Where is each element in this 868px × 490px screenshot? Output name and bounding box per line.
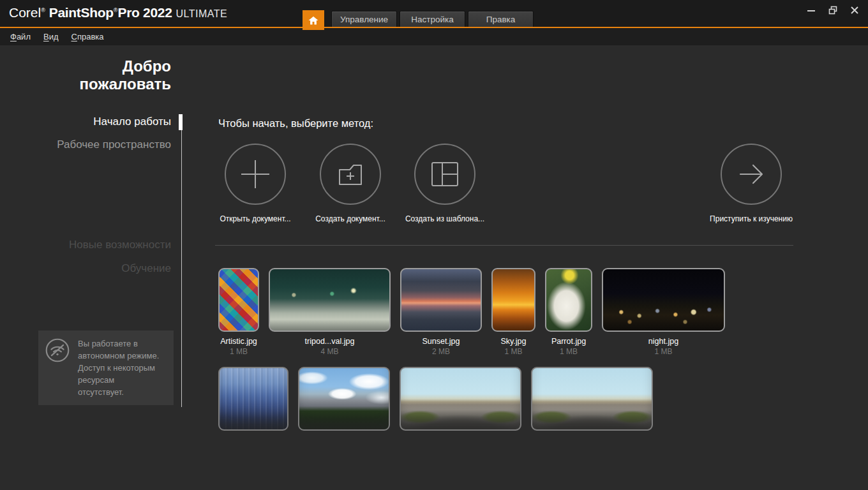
tab-home[interactable] <box>303 10 324 30</box>
get-started-button[interactable]: Приступить к изучению <box>697 144 805 223</box>
folder-plus-icon <box>334 159 366 189</box>
recent-file-thumbnail <box>602 268 725 332</box>
offline-notice-text: Вы работаете в автономном режиме. Доступ… <box>78 338 160 398</box>
new-document-circle <box>320 144 381 205</box>
close-button[interactable] <box>850 6 859 15</box>
open-document-button[interactable]: Открыть документ... <box>201 144 310 223</box>
recent-file-item[interactable]: Sunset.jpg 2 MB <box>400 268 482 356</box>
recent-file-size: 1 MB <box>560 347 578 356</box>
sidebar-divider <box>181 130 182 407</box>
active-item-indicator <box>179 114 183 130</box>
recent-file-item[interactable]: night.jpg 1 MB <box>602 268 725 356</box>
recent-file-size: 1 MB <box>654 347 672 356</box>
recent-file-item[interactable]: tripod...val.jpg 4 MB <box>269 268 391 356</box>
recent-file-item[interactable] <box>298 367 390 437</box>
recent-files-row-2 <box>218 367 653 437</box>
recent-file-thumbnail <box>269 268 391 332</box>
recent-file-name: Parrot.jpg <box>551 337 586 346</box>
minimize-icon <box>807 6 816 15</box>
arrow-right-icon <box>735 159 767 189</box>
tab-adjust[interactable]: Настройка <box>400 11 465 27</box>
from-template-button[interactable]: Создать из шаблона... <box>391 144 499 223</box>
recent-file-name: night.jpg <box>648 337 678 346</box>
recent-file-name: tripod...val.jpg <box>305 337 355 346</box>
recent-file-item[interactable] <box>400 367 521 437</box>
new-document-button[interactable]: Создать документ... <box>296 144 405 223</box>
recent-file-size: 4 MB <box>320 347 338 356</box>
recent-file-name: Artistic.jpg <box>220 337 257 346</box>
recent-files-row-1: Artistic.jpg 1 MB tripod...val.jpg 4 MB … <box>218 268 725 356</box>
recent-file-size: 2 MB <box>432 347 450 356</box>
recent-file-item[interactable] <box>218 367 288 437</box>
wifi-off-icon <box>45 338 70 363</box>
recent-file-name: Sky.jpg <box>500 337 526 346</box>
sidebar-item-getting-started[interactable]: Начало работы <box>0 115 171 128</box>
recent-file-thumbnail <box>545 268 592 332</box>
sidebar-item-workspace[interactable]: Рабочее пространство <box>0 138 171 151</box>
close-icon <box>850 6 859 15</box>
recent-file-thumbnail <box>491 268 535 332</box>
section-divider <box>215 245 793 246</box>
window-controls <box>807 6 859 15</box>
recent-file-item[interactable]: Parrot.jpg 1 MB <box>545 268 592 356</box>
recent-file-item[interactable]: Artistic.jpg 1 MB <box>218 268 259 356</box>
recent-file-thumbnail <box>400 367 521 431</box>
logo-edition: ULTIMATE <box>176 8 227 19</box>
app-window: Corel® PaintShop®Pro 2022 ULTIMATE <box>0 0 868 490</box>
recent-file-thumbnail <box>400 268 482 332</box>
template-icon <box>430 160 460 188</box>
workspace-tabs: Управление Настройка Правка <box>331 11 534 27</box>
recent-file-item[interactable]: Sky.jpg 1 MB <box>491 268 535 356</box>
start-heading: Чтобы начать, выберите метод: <box>218 117 373 130</box>
sidebar-item-learning: Обучение <box>0 262 171 275</box>
plus-icon <box>239 158 272 191</box>
recent-file-thumbnail <box>218 367 288 431</box>
restore-button[interactable] <box>828 6 837 15</box>
home-icon <box>308 15 319 26</box>
recent-file-item[interactable] <box>531 367 653 437</box>
tab-manage[interactable]: Управление <box>331 11 397 27</box>
minimize-button[interactable] <box>807 6 816 15</box>
recent-file-thumbnail <box>531 367 653 431</box>
recent-file-thumbnail <box>298 367 390 431</box>
offline-notice: Вы работаете в автономном режиме. Доступ… <box>38 330 174 405</box>
tab-edit[interactable]: Правка <box>468 11 534 27</box>
recent-file-size: 1 MB <box>230 347 248 356</box>
get-started-circle <box>721 144 782 205</box>
sidebar-item-whats-new: Новые возможности <box>0 239 171 251</box>
recent-file-thumbnail <box>218 268 259 332</box>
sidebar-nav: Начало работы Рабочее пространство Новые… <box>0 0 171 287</box>
recent-file-size: 1 MB <box>504 347 522 356</box>
recent-file-name: Sunset.jpg <box>422 337 460 346</box>
from-template-circle <box>414 144 475 205</box>
restore-icon <box>828 6 837 15</box>
open-document-circle <box>225 144 286 205</box>
accent-rule <box>0 27 868 28</box>
